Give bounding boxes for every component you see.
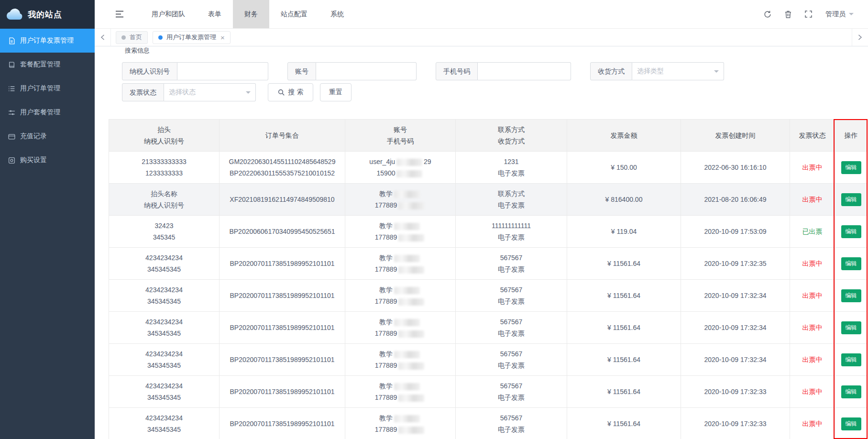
edit-button[interactable]: 编辑	[841, 161, 861, 174]
topnav-label: 财务	[244, 10, 258, 19]
cell-status: 出票中	[790, 408, 835, 439]
edit-button[interactable]: 编辑	[841, 385, 861, 398]
invoice-title: 4234234234	[111, 412, 217, 424]
search-button[interactable]: 搜 索	[268, 83, 313, 101]
cell-status: 出票中	[790, 376, 835, 408]
tab-dot-icon	[121, 35, 126, 40]
col-header-line: 发票状态	[792, 130, 833, 141]
cell-account-phone: 教学 177889	[345, 216, 456, 248]
delivery-method-value: 电子发票	[458, 167, 565, 179]
cell-actions: 编辑	[835, 248, 868, 280]
cell-order-numbers: BP20200701173851989952101101	[220, 376, 345, 408]
col-header-line: 发票金额	[569, 130, 679, 141]
select-placeholder: 选择状态	[169, 88, 196, 97]
edit-button[interactable]: 编辑	[841, 321, 861, 334]
tax-id-input[interactable]	[177, 62, 268, 80]
masked-account-text	[394, 287, 420, 294]
cell-account-phone: 教学 177889	[345, 344, 456, 376]
tab-invoice-management[interactable]: 用户订单发票管理 ×	[153, 31, 231, 44]
reset-button[interactable]: 重置	[320, 83, 352, 101]
delivery-method-value: 电子发票	[458, 199, 565, 211]
masked-phone-text	[398, 266, 424, 274]
order-number: BP20200701173851989952101101	[221, 322, 343, 333]
invoice-created-time: 2022-06-30 16:16:10	[683, 162, 788, 173]
topnav-item-system[interactable]: 系统	[319, 0, 355, 28]
phone-line: 177889	[347, 296, 453, 307]
sidebar-item-package-config[interactable]: 套餐配置管理	[0, 53, 95, 77]
refresh-icon[interactable]	[764, 11, 771, 18]
contact-value: 567567	[458, 252, 565, 263]
cell-amount: ¥ 119.04	[567, 216, 681, 248]
sidebar-item-invoice-management[interactable]: 用户订单发票管理	[0, 29, 95, 53]
sidebar-item-user-package[interactable]: 用户套餐管理	[0, 100, 95, 124]
invoice-amount: ¥ 11561.64	[569, 418, 679, 429]
invoice-created-time: 2020-10-09 17:32:33	[683, 386, 788, 397]
col-header-account: 账号 手机号码	[345, 120, 456, 152]
table-row: 32423 345345 BP2020060617034099545052565…	[109, 216, 868, 248]
edit-button[interactable]: 编辑	[841, 257, 861, 270]
phone-line: 177889	[347, 328, 453, 339]
col-header-line: 账号	[347, 124, 453, 135]
sidebar-item-purchase-settings[interactable]: 购买设置	[0, 148, 95, 172]
account-input[interactable]	[316, 62, 417, 80]
book-icon	[8, 61, 15, 68]
cell-title-taxid: 4234234234 345345345	[109, 312, 220, 344]
account-prefix: 教学	[379, 318, 393, 326]
col-header-status: 发票状态	[790, 120, 835, 152]
tab-close-icon[interactable]: ×	[220, 34, 225, 41]
invoice-table-wrap: 抬头 纳税人识别号 订单号集合 账号 手机号码 联系方式	[109, 119, 868, 439]
cell-account-phone: user_4ju29 15900	[345, 152, 456, 184]
trash-icon[interactable]	[785, 11, 791, 18]
edit-button[interactable]: 编辑	[841, 353, 861, 366]
topnav-item-site-config[interactable]: 站点配置	[269, 0, 319, 28]
invoice-amount: ¥ 11561.64	[569, 322, 679, 333]
search-row-2: 发票状态 选择状态 搜 索 重置	[122, 83, 868, 101]
sidebar-item-recharge-record[interactable]: 充值记录	[0, 124, 95, 148]
sidebar-item-order-management[interactable]: 用户订单管理	[0, 77, 95, 100]
invoice-table-body: 213333333333 1233333333 GM20220630145511…	[109, 152, 868, 439]
phone-line: 177889	[347, 263, 453, 275]
edit-button[interactable]: 编辑	[841, 225, 861, 238]
field-account: 账号	[287, 62, 417, 80]
search-section-title: 搜索信息	[125, 47, 868, 55]
tabs-scroll-left-icon[interactable]	[95, 29, 111, 46]
topnav-item-forms[interactable]: 表单	[197, 0, 233, 28]
phone-prefix: 177889	[375, 362, 397, 369]
tab-label: 首页	[130, 33, 142, 42]
tab-home[interactable]: 首页	[116, 31, 148, 44]
sidebar-item-label: 用户订单发票管理	[20, 36, 74, 45]
cell-created-time: 2020-10-09 17:32:33	[681, 376, 790, 408]
search-row-1: 纳税人识别号 账号 手机号码 收货方式 选择类型	[122, 62, 868, 80]
account-prefix: 教学	[379, 222, 393, 230]
tax-id-value: 345345345	[111, 328, 217, 339]
top-nav: 用户和团队 表单 财务 站点配置 系统	[140, 0, 355, 28]
phone-input[interactable]	[478, 62, 571, 80]
tax-id-label: 纳税人识别号	[122, 62, 177, 80]
order-number: BP20200701173851989952101101	[221, 386, 343, 397]
tabs-scroll-right-icon[interactable]	[852, 29, 868, 46]
delivery-method-select[interactable]: 选择类型	[632, 62, 724, 80]
phone-line: 177889	[347, 392, 453, 403]
cell-account-phone: 教学 177889	[345, 248, 456, 280]
admin-menu[interactable]: 管理员	[825, 10, 854, 19]
table-row: 213333333333 1233333333 GM20220630145511…	[109, 152, 868, 184]
topnav-item-users-teams[interactable]: 用户和团队	[140, 0, 197, 28]
menu-toggle-icon[interactable]	[109, 0, 131, 28]
col-header-line: 订单号集合	[221, 130, 343, 141]
col-header-line: 收货方式	[458, 135, 565, 147]
invoice-table: 抬头 纳税人识别号 订单号集合 账号 手机号码 联系方式	[109, 119, 868, 439]
edit-button[interactable]: 编辑	[841, 289, 861, 302]
tab-bar: 首页 用户订单发票管理 ×	[95, 29, 868, 46]
topnav-label: 表单	[208, 10, 221, 19]
delivery-method-value: 电子发票	[458, 231, 565, 243]
edit-button[interactable]: 编辑	[841, 193, 861, 206]
topnav-label: 系统	[330, 10, 344, 19]
account-line: 教学	[347, 220, 453, 231]
fullscreen-icon[interactable]	[805, 11, 812, 18]
col-header-line: 操作	[837, 130, 865, 141]
topnav-item-finance[interactable]: 财务	[233, 0, 269, 28]
cell-order-numbers: GM20220630145511102485648529BP2022063011…	[220, 152, 345, 184]
select-placeholder: 选择类型	[637, 67, 664, 76]
edit-button[interactable]: 编辑	[841, 417, 861, 430]
invoice-status-select[interactable]: 选择状态	[164, 83, 256, 101]
